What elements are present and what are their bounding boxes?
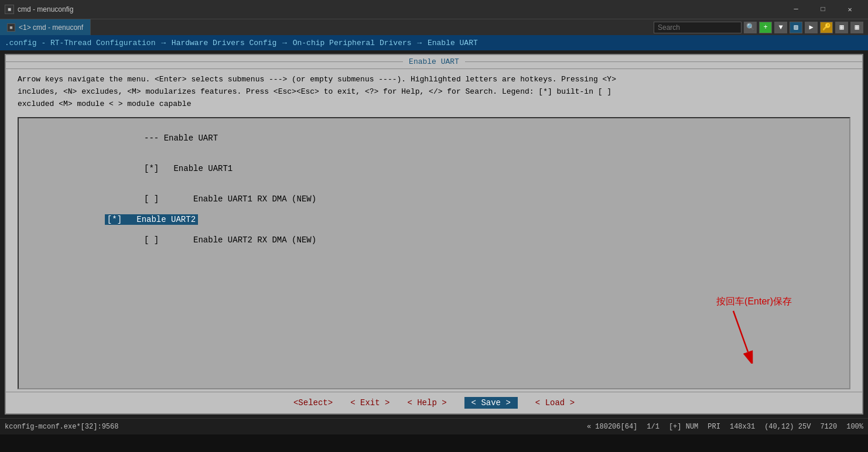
status-pos: 1/1 — [647, 423, 659, 431]
tab-icon: ■ — [7, 23, 15, 32]
title-bar-controls: — □ ✕ — [782, 0, 863, 19]
breadcrumb-item-2: On-chip Peripheral Drivers — [293, 39, 412, 47]
bottom-buttons: <Select> < Exit > < Help > < Save > < Lo… — [6, 392, 862, 413]
breadcrumb-arrow-1: → — [156, 39, 170, 47]
menu-items-area[interactable]: --- Enable UART [*] Enable UART1 [ ] Ena… — [18, 117, 850, 389]
menu-item-uart2-dma[interactable]: [ ] Enable UART2 RX DMA (NEW) — [21, 225, 847, 255]
select-button[interactable]: <Select> — [293, 398, 333, 408]
grid1-button[interactable]: ▦ — [835, 22, 848, 33]
close-button[interactable]: ✕ — [836, 0, 863, 19]
grid2-button[interactable]: ▦ — [850, 22, 863, 33]
dialog-title-bar: Enable UART — [6, 55, 862, 69]
monitor-button[interactable]: ▨ — [790, 22, 802, 33]
search-input[interactable] — [654, 22, 741, 33]
bottom-dark-bar — [0, 434, 868, 452]
status-bar-right: « 180206[64] 1/1 [+] NUM PRI 148x31 (40,… — [587, 423, 863, 431]
menu-item-uart1[interactable]: [*] Enable UART1 — [21, 153, 847, 184]
status-bar: kconfig-mconf.exe*[32]:9568 « 180206[64]… — [0, 418, 868, 434]
help-line-2: includes, <N> excludes, <M> modularizes … — [18, 86, 850, 98]
status-7120: 7120 — [820, 423, 837, 431]
breadcrumb-item-3: Enable UART — [428, 39, 478, 47]
menuconfig-dialog: Enable UART Arrow keys navigate the menu… — [5, 54, 863, 415]
dialog-title-line: Enable UART — [6, 57, 862, 66]
help-text: Arrow keys navigate the menu. <Enter> se… — [6, 69, 862, 115]
main-content: Enable UART Arrow keys navigate the menu… — [0, 50, 868, 418]
help-line-1: Arrow keys navigate the menu. <Enter> se… — [18, 74, 850, 86]
window-icon: ■ — [5, 5, 14, 14]
search-icon-btn[interactable]: 🔍 — [744, 22, 757, 33]
menu-item-uart2-wrapper[interactable]: [*] Enable UART2 — [21, 214, 847, 225]
save-button[interactable]: < Save > — [464, 397, 518, 409]
dialog-title: Enable UART — [409, 57, 459, 66]
menu-item-uart2-prefix — [21, 215, 105, 224]
tab-cmd-menuconf[interactable]: ■ <1> cmd - menuconf — [0, 19, 91, 36]
title-bar: ■ cmd - menuconfig — □ ✕ — [0, 0, 868, 19]
help-line-3: excluded <M> module < > module capable — [18, 98, 850, 111]
add-button[interactable]: + — [759, 22, 772, 33]
status-coords: (40,12) 25V — [764, 423, 811, 431]
breadcrumb-arrow-3: → — [413, 39, 426, 47]
load-button[interactable]: < Load > — [535, 398, 575, 408]
tab-label: <1> cmd - menuconf — [19, 23, 83, 32]
menu-bar-right: 🔍 + ▼ ▨ ▶ 🔑 ▦ ▦ — [654, 22, 868, 33]
menu-item-uart1-dma[interactable]: [ ] Enable UART1 RX DMA (NEW) — [21, 184, 847, 214]
exit-button[interactable]: < Exit > — [350, 398, 389, 408]
breadcrumb-item-1: Hardware Drivers Config — [172, 39, 276, 47]
status-zoom: 100% — [846, 423, 863, 431]
status-pri: PRI — [708, 423, 720, 431]
breadcrumb-bar: .config - RT-Thread Configuration → Hard… — [0, 35, 868, 50]
title-bar-left: ■ cmd - menuconfig — [5, 5, 73, 14]
status-bar-process: kconfig-mconf.exe*[32]:9568 — [5, 423, 118, 431]
menu-item-uart2-selected[interactable]: [*] Enable UART2 — [105, 214, 198, 225]
help-button[interactable]: < Help > — [407, 398, 446, 408]
window-title: cmd - menuconfig — [18, 5, 73, 13]
menu-bar: ■ <1> cmd - menuconf 🔍 + ▼ ▨ ▶ 🔑 ▦ ▦ — [0, 19, 868, 35]
breadcrumb-arrow-2: → — [278, 39, 291, 47]
menu-item-enable-uart: --- Enable UART — [21, 123, 847, 153]
status-num: [+] NUM — [669, 423, 698, 431]
config-title: .config - RT-Thread Configuration — [5, 39, 155, 47]
more-button[interactable]: ▶ — [805, 22, 818, 33]
minimize-button[interactable]: — — [782, 0, 809, 19]
dropdown-button[interactable]: ▼ — [774, 22, 787, 33]
status-size: 148x31 — [730, 423, 755, 431]
status-version: « 180206[64] — [587, 423, 637, 431]
key-button[interactable]: 🔑 — [820, 22, 833, 33]
maximize-button[interactable]: □ — [809, 0, 836, 19]
